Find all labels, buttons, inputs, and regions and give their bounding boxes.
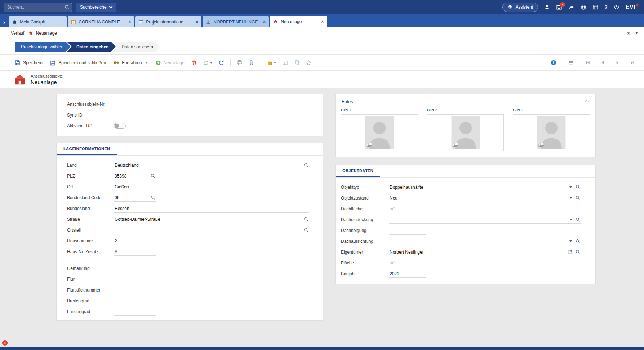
breitengrad-field[interactable] [114, 297, 156, 305]
chevron-down-icon[interactable] [274, 62, 276, 64]
tab-objektdaten[interactable]: OBJEKTDATEN [336, 165, 380, 177]
dachneigung-field[interactable]: ° [389, 227, 426, 235]
nav-next-button[interactable] [612, 57, 623, 68]
land-field[interactable]: Deutschland [114, 162, 309, 169]
info-button[interactable] [548, 57, 559, 68]
anschlussobjekt-nr-field[interactable] [114, 101, 309, 108]
chevron-down-icon[interactable] [146, 62, 148, 64]
flurstuecknummer-field[interactable] [114, 286, 309, 294]
nav-last-button[interactable] [627, 57, 638, 68]
user-icon[interactable] [544, 4, 550, 10]
tab-mein-cockpit[interactable]: Mein Cockpit [9, 16, 67, 27]
chevron-down-icon[interactable] [569, 219, 572, 220]
print-button[interactable] [234, 57, 245, 68]
objekttyp-field[interactable]: Doppelhaushälfte [389, 184, 581, 191]
collapse-chevron-icon[interactable] [585, 100, 589, 104]
search-input[interactable] [4, 3, 72, 12]
step-daten-eingeben[interactable]: Daten eingeben [67, 42, 116, 52]
lock-button[interactable] [265, 57, 279, 68]
globe-icon[interactable] [581, 4, 586, 10]
baujahr-field[interactable]: 2021 [389, 270, 426, 278]
search-icon[interactable] [65, 5, 70, 10]
tabs-overflow-chevron[interactable]: › [2, 19, 8, 27]
laengengrad-field[interactable] [114, 308, 156, 316]
lookup-icon[interactable] [151, 174, 155, 178]
hausnummer-field[interactable]: 2 [114, 237, 156, 245]
search-scope-button[interactable]: Suchbereiche [76, 3, 116, 12]
nav-first-button[interactable] [583, 57, 593, 68]
favorite-button[interactable] [303, 57, 314, 68]
chevron-down-icon[interactable] [210, 62, 212, 64]
lookup-icon[interactable] [304, 163, 308, 167]
ortsteil-field[interactable] [114, 227, 309, 234]
attachment-button[interactable] [246, 57, 257, 68]
chevron-down-icon[interactable]: ▾ [636, 31, 638, 35]
save-button[interactable]: Speichern [12, 57, 46, 68]
dataset-button[interactable] [280, 57, 290, 68]
tab-neuanlage[interactable]: Neuanlage × [270, 16, 327, 27]
flaeche-field[interactable]: m² [389, 259, 426, 267]
assistant-button[interactable]: Assistent [502, 3, 538, 12]
refresh-button[interactable] [216, 57, 227, 68]
chevron-down-icon[interactable] [569, 240, 572, 242]
history-item[interactable]: Neuanlage [36, 31, 57, 36]
step-daten-speichern[interactable]: Daten speichern [112, 42, 160, 52]
sync-button[interactable] [201, 57, 215, 68]
tab-projektinformationen[interactable]: Projektinformatione... × [135, 16, 201, 27]
power-icon[interactable] [614, 4, 619, 10]
nav-prev-button[interactable] [598, 57, 608, 68]
forward-arrow-icon[interactable] [568, 4, 574, 10]
plz-field[interactable]: 35398 [114, 172, 156, 180]
notification-corner-badge[interactable]: 4 [2, 340, 8, 346]
chevron-down-icon[interactable] [569, 186, 572, 188]
bundesland-field[interactable]: Hessen [114, 205, 309, 213]
lookup-icon[interactable] [576, 250, 580, 254]
help-icon[interactable]: ? [604, 4, 608, 10]
foto-upload-bild-3[interactable] [513, 114, 590, 151]
delete-button[interactable] [189, 57, 200, 68]
flur-field[interactable] [114, 276, 309, 283]
lookup-icon[interactable] [576, 239, 580, 244]
foto-upload-bild-1[interactable] [341, 114, 418, 151]
step-projektvorlage-waehlen[interactable]: Projektvorlage wählen [15, 42, 71, 52]
tab-close-icon[interactable]: × [319, 19, 324, 24]
dacheindeckung-field[interactable] [389, 216, 581, 224]
dachausrichtung-field[interactable] [389, 238, 581, 245]
inbox-icon[interactable]: 4 [556, 4, 562, 10]
grid-icon[interactable] [592, 4, 598, 10]
ort-field[interactable]: Gießen [114, 183, 309, 191]
add-image-icon[interactable] [538, 142, 544, 148]
open-record-icon[interactable] [568, 250, 572, 254]
tab-close-icon[interactable]: × [126, 19, 131, 25]
lookup-icon[interactable] [304, 217, 308, 222]
gemarkung-field[interactable] [114, 265, 309, 272]
objektdaten-card: OBJEKTDATEN Objekttyp Doppelhaushälfte O… [335, 165, 596, 284]
tab-close-icon[interactable]: × [194, 19, 198, 25]
new-record-button[interactable]: Neuanlage [152, 57, 188, 68]
lookup-icon[interactable] [576, 217, 580, 222]
lookup-icon[interactable] [576, 185, 580, 189]
lookup-icon[interactable] [151, 195, 155, 200]
lookup-icon[interactable] [576, 196, 580, 200]
dachflaeche-field[interactable]: m² [389, 205, 426, 213]
tab-lageinformationen[interactable]: LAGEINFORMATIONEN [57, 143, 117, 155]
lookup-icon[interactable] [304, 228, 308, 232]
copy-button[interactable] [292, 57, 302, 68]
add-image-icon[interactable] [367, 142, 372, 148]
close-icon[interactable]: × [627, 31, 630, 36]
tab-close-icon[interactable]: × [261, 19, 266, 25]
tab-norbert-neulinger[interactable]: NORBERT NEULINGE... × [203, 16, 269, 27]
haus-nr-zusatz-field[interactable]: A [114, 248, 156, 256]
aktiv-im-erp-toggle[interactable] [114, 123, 126, 129]
strasse-field[interactable]: Gottlieb-Daimler-Straße [114, 216, 309, 223]
tab-cornelia-comple[interactable]: CORNELIA COMPLE... × [68, 16, 134, 27]
objektzustand-field[interactable]: Neu [389, 194, 581, 202]
eigentuemer-field[interactable]: Norbert Neulinger [389, 249, 581, 256]
continue-button[interactable]: Fortfahren [110, 57, 151, 68]
add-image-icon[interactable] [453, 142, 458, 148]
foto-upload-bild-2[interactable] [427, 114, 504, 151]
bundesland-code-field[interactable]: 06 [114, 194, 156, 202]
menu-button[interactable] [565, 57, 576, 68]
save-close-button[interactable]: Speichern und schließen [47, 57, 109, 68]
chevron-down-icon[interactable] [569, 197, 572, 199]
